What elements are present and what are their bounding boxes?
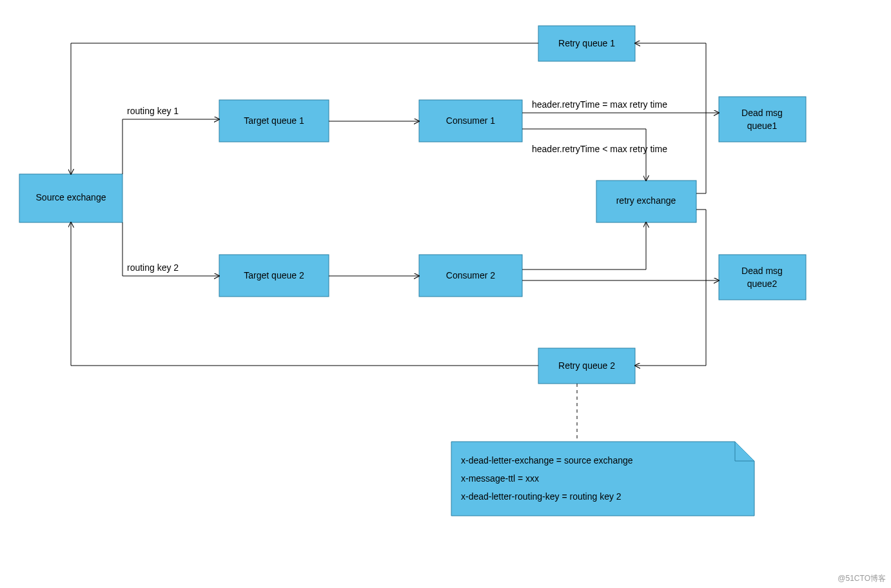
dead-msg-queue-2-l1: Dead msg bbox=[741, 266, 783, 276]
consumer-1-label: Consumer 1 bbox=[446, 115, 495, 126]
node-target-queue-1: Target queue 1 bbox=[219, 100, 329, 142]
edge-consumer1-retryex bbox=[522, 129, 646, 181]
node-retry-queue-1: Retry queue 1 bbox=[538, 26, 635, 61]
target-queue-2-label: Target queue 2 bbox=[244, 270, 304, 280]
note-line-1: x-dead-letter-exchange = source exchange bbox=[461, 455, 633, 466]
watermark: @51CTO博客 bbox=[837, 573, 886, 584]
source-exchange-label: Source exchange bbox=[36, 192, 106, 202]
target-queue-1-label: Target queue 1 bbox=[244, 115, 304, 126]
node-source-exchange: Source exchange bbox=[19, 174, 122, 222]
svg-rect-7 bbox=[719, 255, 806, 300]
edge-consumer2-retryex bbox=[522, 222, 646, 270]
node-consumer-1: Consumer 1 bbox=[419, 100, 522, 142]
retry-queue-1-label: Retry queue 1 bbox=[558, 38, 615, 48]
note-retry-queue-2: x-dead-letter-exchange = source exchange… bbox=[451, 442, 754, 516]
dead-msg-queue-1-l2: queue1 bbox=[747, 121, 778, 131]
node-retry-queue-2: Retry queue 2 bbox=[538, 348, 635, 384]
routing-key-2-label: routing key 2 bbox=[127, 262, 179, 273]
retry-lt-max-label: header.retryTime < max retry time bbox=[532, 144, 667, 154]
node-dead-msg-queue-1: Dead msg queue1 bbox=[719, 97, 806, 142]
node-retry-exchange: retry exchange bbox=[596, 181, 696, 222]
diagram-canvas: Source exchange Target queue 1 Consumer … bbox=[0, 0, 891, 588]
node-target-queue-2: Target queue 2 bbox=[219, 255, 329, 297]
retry-eq-max-label: header.retryTime = max retry time bbox=[532, 99, 667, 110]
retry-exchange-label: retry exchange bbox=[616, 195, 676, 206]
node-dead-msg-queue-2: Dead msg queue2 bbox=[719, 255, 806, 300]
consumer-2-label: Consumer 2 bbox=[446, 270, 495, 280]
retry-queue-2-label: Retry queue 2 bbox=[558, 360, 615, 371]
routing-key-1-label: routing key 1 bbox=[127, 106, 179, 116]
dead-msg-queue-1-l1: Dead msg bbox=[741, 108, 783, 118]
note-line-2: x-message-ttl = xxx bbox=[461, 473, 539, 484]
svg-rect-3 bbox=[719, 97, 806, 142]
note-line-3: x-dead-letter-routing-key = routing key … bbox=[461, 491, 622, 502]
node-consumer-2: Consumer 2 bbox=[419, 255, 522, 297]
dead-msg-queue-2-l2: queue2 bbox=[747, 279, 778, 289]
